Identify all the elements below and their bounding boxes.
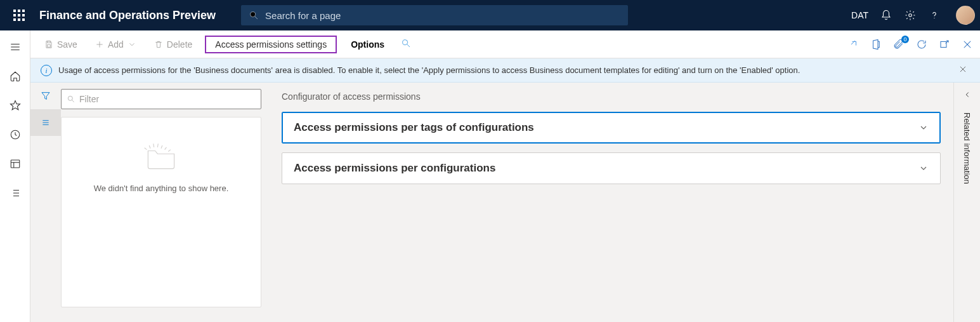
svg-rect-19 bbox=[48, 41, 51, 43]
detail-pane: Configurator of access permissions Acces… bbox=[265, 83, 953, 322]
global-search[interactable] bbox=[241, 5, 628, 25]
filter-icon[interactable] bbox=[30, 83, 61, 109]
section-configurations[interactable]: Access permissions per configurations bbox=[282, 152, 941, 184]
attachments-icon[interactable]: 0 bbox=[892, 38, 905, 51]
right-rail: Related information bbox=[953, 83, 980, 322]
nav-favorites-icon[interactable] bbox=[5, 95, 25, 116]
svg-point-2 bbox=[909, 14, 912, 17]
nav-recent-icon[interactable] bbox=[5, 124, 25, 145]
info-icon: i bbox=[41, 65, 52, 76]
options-label: Options bbox=[351, 39, 384, 50]
save-label: Save bbox=[57, 39, 77, 50]
info-message: Usage of access permissions for the 'Bus… bbox=[58, 65, 950, 75]
nav-modules-icon[interactable] bbox=[5, 183, 25, 203]
svg-rect-10 bbox=[11, 160, 20, 168]
office-icon[interactable] bbox=[870, 38, 882, 51]
plus-icon bbox=[95, 40, 104, 49]
svg-rect-25 bbox=[941, 41, 946, 47]
help-icon[interactable] bbox=[928, 9, 941, 22]
chevron-down-icon bbox=[918, 163, 929, 173]
section-tags-label: Access permissions per tags of configura… bbox=[294, 121, 534, 134]
global-search-input[interactable] bbox=[265, 10, 620, 21]
chevron-down-icon bbox=[127, 40, 136, 49]
filter-field[interactable] bbox=[61, 89, 261, 109]
nav-workspaces-icon[interactable] bbox=[5, 154, 25, 174]
user-avatar[interactable] bbox=[956, 6, 975, 25]
access-permissions-settings-tab[interactable]: Access permissions settings bbox=[205, 36, 337, 53]
notifications-icon[interactable] bbox=[880, 9, 892, 22]
save-icon bbox=[44, 40, 53, 49]
svg-line-24 bbox=[407, 44, 410, 47]
section-tags-configurations[interactable]: Access permissions per tags of configura… bbox=[282, 112, 941, 144]
popout-icon[interactable] bbox=[938, 38, 951, 51]
options-tab[interactable]: Options bbox=[342, 36, 393, 53]
app-title: Finance and Operations Preview bbox=[39, 9, 216, 22]
search-icon bbox=[249, 10, 259, 20]
related-information-label[interactable]: Related information bbox=[962, 112, 972, 184]
access-permissions-settings-label: Access permissions settings bbox=[215, 39, 327, 50]
svg-point-4 bbox=[934, 18, 934, 18]
app-launcher-icon[interactable] bbox=[9, 5, 29, 25]
svg-marker-8 bbox=[10, 101, 20, 110]
link-icon[interactable] bbox=[847, 38, 859, 51]
attachments-badge: 0 bbox=[901, 36, 909, 43]
delete-button[interactable]: Delete bbox=[147, 36, 200, 53]
empty-state-text: We didn't find anything to show here. bbox=[94, 184, 229, 193]
close-page-icon[interactable] bbox=[961, 38, 974, 51]
empty-folder-icon bbox=[142, 137, 180, 175]
chevron-down-icon bbox=[918, 123, 929, 133]
filter-input[interactable] bbox=[79, 94, 256, 104]
list-view-icon[interactable] bbox=[30, 109, 61, 136]
command-bar: Save Add Delete Access permissions setti… bbox=[30, 30, 980, 58]
info-close-icon[interactable] bbox=[956, 62, 970, 78]
info-bar: i Usage of access permissions for the 'B… bbox=[30, 58, 980, 83]
svg-point-0 bbox=[251, 12, 256, 17]
expand-rail-icon[interactable] bbox=[963, 90, 972, 101]
svg-point-23 bbox=[403, 40, 408, 45]
refresh-icon[interactable] bbox=[915, 38, 928, 51]
empty-state: We didn't find anything to show here. bbox=[61, 117, 261, 307]
svg-point-34 bbox=[68, 96, 72, 100]
svg-marker-30 bbox=[42, 93, 49, 100]
nav-home-icon[interactable] bbox=[5, 66, 25, 86]
settings-icon[interactable] bbox=[904, 9, 917, 22]
topbar-actions: DAT bbox=[851, 6, 975, 25]
search-icon bbox=[67, 95, 75, 104]
svg-line-1 bbox=[255, 17, 258, 19]
section-configurations-label: Access permissions per configurations bbox=[294, 162, 495, 175]
left-nav-rail bbox=[0, 30, 30, 322]
command-bar-right: 0 bbox=[847, 38, 974, 51]
environment-badge[interactable]: DAT bbox=[851, 10, 868, 20]
list-pane: We didn't find anything to show here. bbox=[30, 83, 265, 322]
trash-icon bbox=[154, 40, 163, 49]
svg-line-35 bbox=[72, 100, 74, 102]
list-mini-nav bbox=[30, 83, 61, 322]
add-button[interactable]: Add bbox=[88, 36, 144, 53]
topbar: Finance and Operations Preview DAT bbox=[0, 0, 980, 30]
delete-label: Delete bbox=[167, 39, 192, 50]
nav-menu-icon[interactable] bbox=[5, 37, 25, 57]
detail-title: Configurator of access permissions bbox=[282, 91, 941, 102]
svg-rect-20 bbox=[48, 44, 51, 47]
page-search-icon[interactable] bbox=[396, 34, 416, 54]
save-button[interactable]: Save bbox=[37, 36, 85, 53]
add-label: Add bbox=[108, 39, 124, 50]
